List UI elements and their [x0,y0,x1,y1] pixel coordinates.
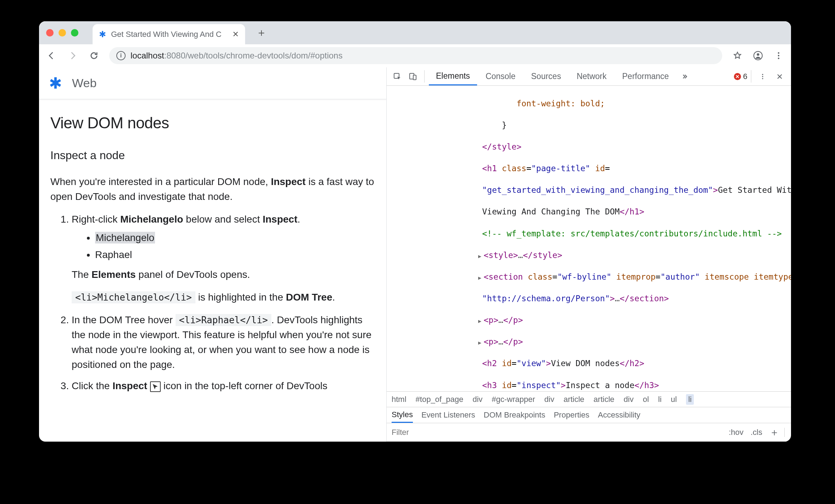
svg-point-1 [757,53,759,56]
breadcrumbs: html #top_of_page div #gc-wrapper div ar… [387,391,791,407]
site-brand: Web [72,76,96,90]
page-title: View DOM nodes [50,111,375,135]
breadcrumb-item[interactable]: article [593,395,614,404]
inspect-icon [150,381,161,392]
new-style-rule-button[interactable]: ＋ [769,426,779,439]
styles-toolbar: :hov .cls ＋ [387,423,791,442]
site-logo-icon: ✱ [49,74,62,92]
new-tab-button[interactable]: ＋ [254,26,269,40]
browser-window: ✱ Get Started With Viewing And C ✕ ＋ i l… [39,21,791,442]
tab-network[interactable]: Network [570,67,614,85]
svg-point-8 [762,74,763,75]
back-button[interactable] [45,50,57,62]
minimize-window-button[interactable] [59,29,66,37]
styles-filter-input[interactable] [392,428,533,437]
steps-list: Right-click Michelangelo below and selec… [50,212,375,393]
url-text: localhost:8080/web/tools/chrome-devtools… [131,51,343,61]
url-input[interactable]: i localhost:8080/web/tools/chrome-devtoo… [109,47,722,64]
svg-point-4 [778,57,779,59]
breadcrumb-item[interactable]: #top_of_page [416,395,464,404]
device-toggle-icon[interactable] [406,67,420,85]
breadcrumb-item[interactable]: li [658,395,662,404]
breadcrumb-item[interactable]: ol [643,395,649,404]
favicon-icon: ✱ [99,29,106,39]
tab-dom-breakpoints[interactable]: DOM Breakpoints [484,407,546,423]
svg-point-2 [778,52,779,54]
step-1: Right-click Michelangelo below and selec… [72,212,375,305]
breadcrumb-item[interactable]: li [686,394,694,405]
address-bar: i localhost:8080/web/tools/chrome-devtoo… [39,44,791,67]
list-item[interactable]: Raphael [95,247,375,262]
star-bookmark-icon[interactable] [731,50,743,62]
tab-strip: ✱ Get Started With Viewing And C ✕ ＋ [39,21,791,44]
breadcrumb-item[interactable]: #gc-wrapper [492,395,535,404]
step1-code-line: <li>Michelangelo</li> is highlighted in … [72,290,375,305]
page-body: View DOM nodes Inspect a node When you'r… [39,99,386,412]
page-header: ✱ Web [39,67,386,99]
page-pane: ✱ Web View DOM nodes Inspect a node When… [39,67,387,442]
intro-para: When you're interested in a particular D… [50,174,375,204]
step-2: In the DOM Tree hover <li>Raphael</li>. … [72,313,375,372]
close-window-button[interactable] [46,29,54,37]
breadcrumb-item[interactable]: html [392,395,407,404]
browser-menu-icon[interactable] [773,50,785,62]
tab-performance[interactable]: Performance [615,67,676,85]
svg-point-9 [762,76,763,77]
tab-sources[interactable]: Sources [524,67,568,85]
tab-title: Get Started With Viewing And C [111,30,227,39]
browser-tab[interactable]: ✱ Get Started With Viewing And C ✕ [93,24,245,45]
svg-point-10 [762,78,763,79]
hov-toggle[interactable]: :hov [729,428,743,437]
tab-console[interactable]: Console [479,67,522,85]
error-count[interactable]: ✕ 6 [734,67,747,85]
breadcrumb-item[interactable]: div [472,395,482,404]
url-path: :8080/web/tools/chrome-devtools/dom/#opt… [164,51,343,60]
devtools-tabs: Elements Console Sources Network Perform… [387,67,791,86]
tab-accessibility[interactable]: Accessibility [598,407,640,423]
breadcrumb-item[interactable]: div [624,395,634,404]
reload-button[interactable] [88,50,100,62]
select-element-icon[interactable] [390,67,404,85]
main-split: ✱ Web View DOM nodes Inspect a node When… [39,67,791,442]
forward-button[interactable] [67,50,79,62]
close-tab-button[interactable]: ✕ [232,30,239,39]
step-3: Click the Inspect icon in the top-left c… [72,379,375,393]
styles-tabs: Styles Event Listeners DOM Breakpoints P… [387,407,791,423]
error-icon: ✕ [734,73,741,80]
close-devtools-button[interactable] [772,67,787,85]
site-info-icon[interactable]: i [116,51,126,60]
traffic-lights [46,29,78,37]
tab-styles[interactable]: Styles [392,407,413,423]
artist-list: Michelangelo Raphael [72,230,375,262]
tab-properties[interactable]: Properties [554,407,589,423]
list-item[interactable]: Michelangelo [95,230,375,245]
page-subtitle: Inspect a node [50,147,375,164]
profile-icon[interactable] [752,50,764,62]
overflow-tabs-icon[interactable] [678,67,692,85]
dom-tree[interactable]: font-weight: bold; } </style> <h1 class=… [387,86,791,391]
svg-point-3 [778,55,779,56]
maximize-window-button[interactable] [71,29,78,37]
breadcrumb-item[interactable]: div [544,395,554,404]
tab-event-listeners[interactable]: Event Listeners [421,407,475,423]
devtools-menu-icon[interactable] [755,67,770,85]
devtools-pane: Elements Console Sources Network Perform… [387,67,791,442]
breadcrumb-item[interactable]: article [564,395,585,404]
step1-after: The Elements panel of DevTools opens. [72,267,375,282]
url-host: localhost [131,51,164,60]
breadcrumb-item[interactable]: ul [671,395,677,404]
cls-toggle[interactable]: .cls [751,428,762,437]
toolbar-right [731,50,785,62]
svg-rect-7 [413,75,416,80]
tab-elements[interactable]: Elements [429,67,477,85]
